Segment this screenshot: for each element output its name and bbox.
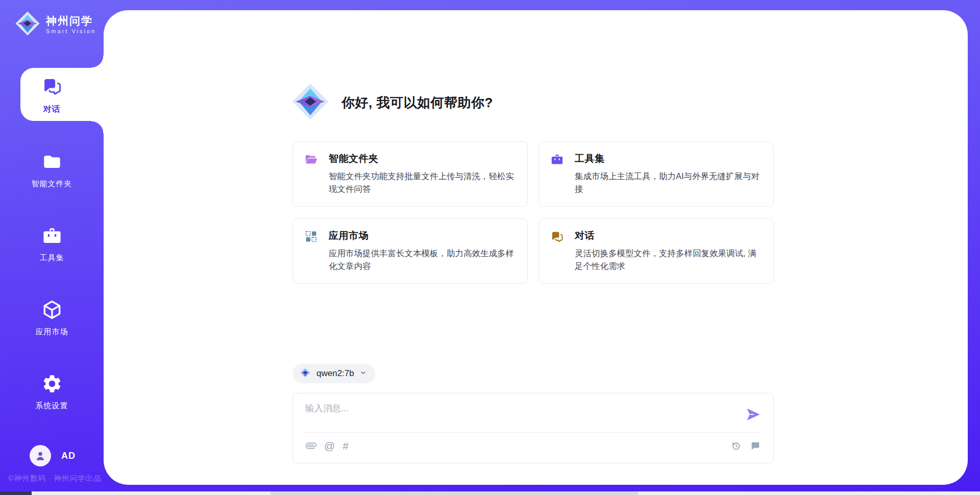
card-app-market[interactable]: 应用市场 应用市场提供丰富长文本模板，助力高效生成多样化文章内容	[292, 218, 528, 284]
sidebar-item-label: 智能文件夹	[32, 179, 72, 189]
greeting: 你好, 我可以如何帮助你?	[290, 82, 493, 123]
active-tab-fillet-top	[91, 56, 104, 68]
sidebar-item-label: 应用市场	[36, 327, 68, 337]
sidebar-item-label: 系统设置	[36, 401, 68, 411]
brand-logo-icon	[14, 10, 41, 39]
brand-name: 神州问学	[46, 15, 96, 27]
horizontal-scrollbar-thumb[interactable]	[271, 491, 638, 495]
sidebar-item-settings[interactable]: 系统设置	[0, 373, 104, 411]
card-smart-folder[interactable]: 智能文件夹 智能文件夹功能支持批量文件上传与清洗，轻松实现文件问答	[292, 141, 528, 207]
card-toolset[interactable]: 工具集 集成市场上主流工具，助力AI与外界无缝扩展与对接	[538, 141, 774, 207]
card-title: 智能文件夹	[329, 152, 518, 165]
sidebar-item-smart-folder[interactable]: 智能文件夹	[0, 151, 104, 189]
chat-bubble-icon[interactable]	[750, 440, 761, 452]
assistant-logo-icon	[290, 82, 330, 123]
brand-subtitle: Smart Vision	[46, 28, 96, 34]
at-icon[interactable]: @	[324, 441, 335, 451]
brand-text: 神州问学 Smart Vision	[46, 15, 96, 34]
chat-icon	[41, 76, 63, 99]
composer-tools-left: @ #	[306, 440, 349, 451]
card-description: 集成市场上主流工具，助力AI与外界无缝扩展与对接	[575, 170, 764, 195]
app-grid-icon	[304, 230, 318, 245]
sidebar-item-chat[interactable]: 对话	[20, 68, 104, 121]
horizontal-scrollbar[interactable]	[32, 491, 980, 495]
toolbox-icon	[550, 153, 564, 168]
user-profile[interactable]: AD	[30, 445, 76, 466]
greeting-title: 你好, 我可以如何帮助你?	[341, 94, 493, 112]
model-name: qwen2:7b	[316, 368, 354, 379]
main-panel: 你好, 我可以如何帮助你? 智能文件夹 智能文件夹功能支持批量文件上传与清洗，轻…	[104, 10, 968, 485]
active-tab-fillet-bottom	[91, 121, 104, 133]
chevron-down-icon	[359, 369, 367, 379]
cube-icon	[41, 299, 63, 323]
open-folder-icon	[304, 153, 318, 168]
avatar	[30, 445, 51, 466]
model-logo-icon	[299, 366, 311, 381]
brand: 神州问学 Smart Vision	[14, 10, 96, 39]
history-icon[interactable]	[730, 440, 742, 452]
hash-icon[interactable]: #	[342, 441, 349, 451]
card-title: 应用市场	[329, 229, 518, 242]
toolbox-icon	[41, 225, 63, 249]
gear-icon	[41, 373, 63, 397]
card-description: 应用市场提供丰富长文本模板，助力高效生成多样化文章内容	[329, 247, 518, 273]
card-title: 工具集	[575, 152, 764, 165]
folder-icon	[41, 151, 63, 175]
sidebar-item-label: 工具集	[40, 253, 64, 263]
composer-divider	[304, 432, 762, 433]
sidebar-item-app-market[interactable]: 应用市场	[0, 299, 104, 337]
model-selector[interactable]: qwen2:7b	[292, 364, 375, 383]
scrollbar-corner	[0, 491, 32, 495]
send-button[interactable]	[746, 407, 761, 422]
feature-cards: 智能文件夹 智能文件夹功能支持批量文件上传与清洗，轻松实现文件问答 工具集 集成…	[292, 141, 774, 284]
chat-icon	[550, 230, 564, 245]
user-initials: AD	[61, 451, 76, 461]
sidebar-item-toolset[interactable]: 工具集	[0, 225, 104, 263]
sidebar: 神州问学 Smart Vision 对话 智能文件夹	[0, 0, 104, 495]
sidebar-footer: ©神州数码 · 神州问学出品	[8, 474, 102, 483]
sidebar-item-label: 对话	[43, 104, 61, 115]
card-chat[interactable]: 对话 灵活切换多模型文件，支持多样回复效果调试, 满足个性化需求	[538, 218, 774, 284]
message-input[interactable]	[293, 393, 727, 429]
paperclip-icon[interactable]	[306, 440, 316, 451]
composer-tools-right	[730, 440, 761, 452]
card-description: 灵活切换多模型文件，支持多样回复效果调试, 满足个性化需求	[575, 247, 764, 273]
app-root: 神州问学 Smart Vision 对话 智能文件夹	[0, 0, 980, 495]
card-description: 智能文件夹功能支持批量文件上传与清洗，轻松实现文件问答	[329, 170, 518, 195]
message-composer: @ #	[292, 393, 774, 463]
card-title: 对话	[575, 229, 764, 242]
